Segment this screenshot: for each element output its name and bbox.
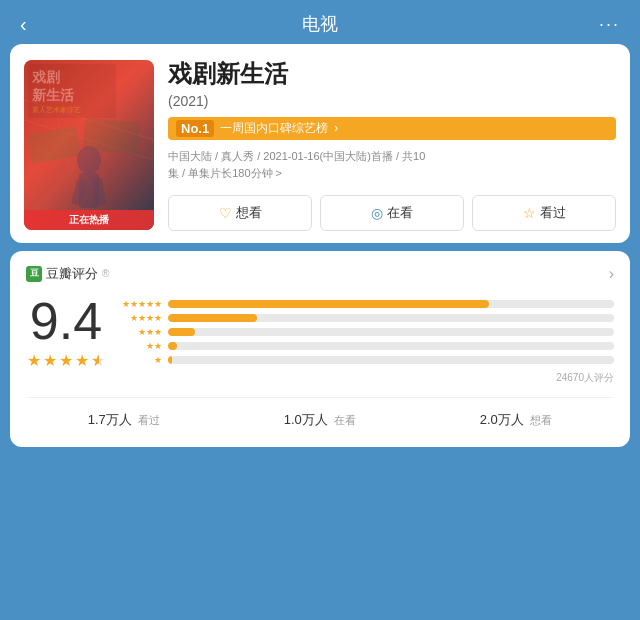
- bar-track-2: [168, 342, 614, 350]
- rating-label: 豆 豆瓣评分 ®: [26, 265, 109, 283]
- stat-watched-label: 看过: [138, 414, 160, 426]
- bar-fill-4: [168, 314, 257, 322]
- stat-want-watch: 2.0万人 想看: [480, 410, 553, 429]
- rating-section: 豆 豆瓣评分 ® › 9.4 ★ ★ ★ ★ ★ ★ ★★★★★: [10, 251, 630, 447]
- bar-label-3: ★★★: [122, 327, 162, 337]
- more-button[interactable]: ···: [590, 14, 620, 35]
- rating-arrow-icon[interactable]: ›: [609, 265, 614, 283]
- star-2: ★: [43, 351, 57, 370]
- watching-label: 在看: [387, 204, 413, 222]
- score-left: 9.4 ★ ★ ★ ★ ★ ★: [26, 295, 106, 385]
- bar-row-1: ★: [122, 355, 614, 365]
- svg-text:戏剧: 戏剧: [31, 69, 60, 85]
- bar-fill-3: [168, 328, 195, 336]
- douban-logo: 豆: [26, 266, 42, 282]
- bar-track-4: [168, 314, 614, 322]
- bar-row-3: ★★★: [122, 327, 614, 337]
- header: ‹ 电视 ···: [0, 0, 640, 44]
- main-card: 戏剧 新生活 素人艺术家综艺 正在热播 戏剧新生活 (2021) No.1 一周…: [10, 44, 630, 243]
- poster-badge: 正在热播: [24, 210, 154, 230]
- bar-track-3: [168, 328, 614, 336]
- stat-watched-value: 1.7万人: [88, 412, 132, 427]
- show-info: 戏剧新生活 (2021) No.1 一周国内口碑综艺榜 › 中国大陆 / 真人秀…: [168, 60, 616, 231]
- svg-point-6: [77, 146, 101, 174]
- page-title: 电视: [50, 12, 590, 36]
- show-meta: 中国大陆 / 真人秀 / 2021-01-16(中国大陆)首播 / 共10 集 …: [168, 148, 616, 183]
- bar-label-2: ★★: [122, 341, 162, 351]
- svg-text:素人艺术家综艺: 素人艺术家综艺: [32, 106, 81, 114]
- stat-watched: 1.7万人 看过: [88, 410, 161, 429]
- bar-row-4: ★★★★: [122, 313, 614, 323]
- stats-row: 1.7万人 看过 1.0万人 在看 2.0万人 想看: [26, 397, 614, 433]
- rank-number: No.1: [176, 120, 214, 137]
- svg-text:新生活: 新生活: [32, 87, 75, 103]
- top-section: 戏剧 新生活 素人艺术家综艺 正在热播 戏剧新生活 (2021) No.1 一周…: [10, 44, 630, 243]
- score-number: 9.4: [30, 295, 102, 347]
- stars-row: ★ ★ ★ ★ ★ ★: [27, 351, 105, 370]
- want-watch-label: 想看: [236, 204, 262, 222]
- circle-icon: ◎: [371, 205, 383, 221]
- bar-label-4: ★★★★: [122, 313, 162, 323]
- bars-container: ★★★★★ ★★★★ ★★★ ★★ ★ 24670人评分: [122, 295, 614, 385]
- bar-label-1: ★: [122, 355, 162, 365]
- watched-button[interactable]: ☆ 看过: [472, 195, 616, 231]
- stat-watching: 1.0万人 在看: [284, 410, 357, 429]
- bar-fill-5: [168, 300, 489, 308]
- bar-row-5: ★★★★★: [122, 299, 614, 309]
- star-1: ★: [27, 351, 41, 370]
- show-year: (2021): [168, 93, 616, 109]
- action-buttons: ♡ 想看 ◎ 在看 ☆ 看过: [168, 195, 616, 231]
- rank-text: 一周国内口碑综艺榜: [220, 120, 328, 137]
- rating-body: 9.4 ★ ★ ★ ★ ★ ★ ★★★★★ ★★★★: [26, 295, 614, 385]
- bar-track-1: [168, 356, 614, 364]
- stat-want-watch-value: 2.0万人: [480, 412, 524, 427]
- registered-mark: ®: [102, 268, 109, 279]
- rating-section-label: 豆瓣评分: [46, 265, 98, 283]
- watching-button[interactable]: ◎ 在看: [320, 195, 464, 231]
- stat-watching-label: 在看: [334, 414, 356, 426]
- vote-count: 24670人评分: [122, 371, 614, 385]
- star-4: ★: [75, 351, 89, 370]
- rank-badge[interactable]: No.1 一周国内口碑综艺榜 ›: [168, 117, 616, 140]
- rating-header: 豆 豆瓣评分 ® ›: [26, 265, 614, 283]
- want-watch-button[interactable]: ♡ 想看: [168, 195, 312, 231]
- bar-track-5: [168, 300, 614, 308]
- show-title: 戏剧新生活: [168, 60, 616, 89]
- heart-icon: ♡: [219, 205, 232, 221]
- bar-label-5: ★★★★★: [122, 299, 162, 309]
- bar-row-2: ★★: [122, 341, 614, 351]
- watched-label: 看过: [540, 204, 566, 222]
- star-5: ★ ★: [91, 351, 105, 370]
- bar-fill-1: [168, 356, 172, 364]
- show-poster: 戏剧 新生活 素人艺术家综艺 正在热播: [24, 60, 154, 230]
- stat-watching-value: 1.0万人: [284, 412, 328, 427]
- bar-fill-2: [168, 342, 177, 350]
- star-icon: ☆: [523, 205, 536, 221]
- star-3: ★: [59, 351, 73, 370]
- stat-want-watch-label: 想看: [530, 414, 552, 426]
- back-button[interactable]: ‹: [20, 13, 50, 36]
- rank-arrow-icon: ›: [334, 121, 338, 135]
